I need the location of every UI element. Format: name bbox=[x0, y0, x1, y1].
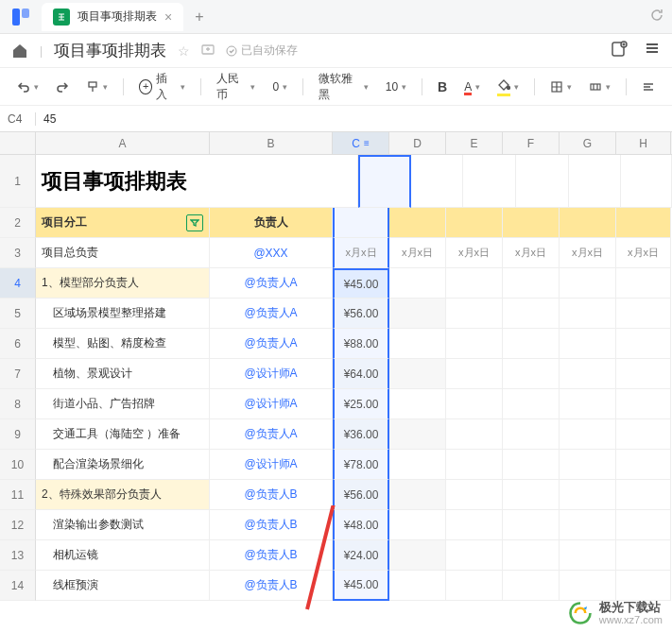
cell-date[interactable]: x月x日 bbox=[333, 238, 389, 268]
redo-button[interactable] bbox=[50, 77, 75, 97]
cell[interactable] bbox=[503, 208, 560, 238]
cell-date[interactable]: x月x日 bbox=[616, 238, 671, 268]
row-header[interactable]: 13 bbox=[0, 540, 36, 571]
align-button[interactable] bbox=[636, 77, 661, 97]
cell-value[interactable]: ¥48.00 bbox=[333, 510, 389, 540]
row-header[interactable]: 9 bbox=[0, 419, 36, 450]
cell-date[interactable]: x月x日 bbox=[560, 238, 616, 268]
row-header[interactable]: 6 bbox=[0, 329, 36, 359]
cell-date[interactable]: x月x日 bbox=[503, 238, 560, 268]
cell[interactable] bbox=[446, 268, 503, 299]
cell[interactable] bbox=[560, 208, 616, 238]
cell[interactable] bbox=[560, 510, 616, 540]
cell[interactable] bbox=[358, 155, 411, 208]
font-color-button[interactable]: A▾ bbox=[458, 77, 486, 97]
cell[interactable] bbox=[446, 510, 503, 540]
cell[interactable] bbox=[616, 480, 671, 510]
cell[interactable] bbox=[560, 450, 616, 480]
cell-value[interactable]: ¥36.00 bbox=[333, 419, 389, 450]
header-division[interactable]: 项目分工 bbox=[36, 208, 210, 238]
cell[interactable] bbox=[503, 268, 560, 299]
cell-value[interactable]: ¥25.00 bbox=[333, 389, 389, 419]
cell[interactable] bbox=[560, 268, 616, 299]
refresh-icon[interactable] bbox=[649, 8, 664, 26]
cell[interactable] bbox=[446, 359, 503, 389]
add-collaborator-icon[interactable] bbox=[610, 40, 629, 61]
cell[interactable] bbox=[446, 389, 503, 419]
row-header[interactable]: 12 bbox=[0, 510, 36, 540]
cell[interactable] bbox=[560, 329, 616, 359]
document-title[interactable]: 项目事项排期表 bbox=[54, 40, 166, 61]
cell[interactable] bbox=[389, 510, 446, 540]
cell-value[interactable]: ¥56.00 bbox=[333, 299, 389, 329]
decimals-dropdown[interactable]: 0▾ bbox=[267, 77, 293, 97]
cell[interactable] bbox=[446, 208, 503, 238]
cell[interactable] bbox=[560, 571, 616, 601]
column-header-b[interactable]: B bbox=[210, 132, 333, 154]
cell-task[interactable]: 1、模型部分负责人 bbox=[36, 268, 210, 299]
cell[interactable] bbox=[446, 419, 503, 450]
cell-owner[interactable]: @设计师A bbox=[210, 450, 333, 480]
cell[interactable] bbox=[389, 419, 446, 450]
borders-button[interactable]: ▾ bbox=[544, 77, 577, 97]
cell[interactable] bbox=[503, 329, 560, 359]
row-header[interactable]: 14 bbox=[0, 571, 36, 601]
cell[interactable] bbox=[446, 480, 503, 510]
cell-date[interactable]: x月x日 bbox=[446, 238, 503, 268]
cell[interactable] bbox=[389, 540, 446, 571]
cell[interactable] bbox=[616, 359, 671, 389]
select-all-corner[interactable] bbox=[0, 132, 36, 155]
cell-value[interactable]: ¥45.00 bbox=[333, 571, 389, 601]
move-icon[interactable] bbox=[201, 43, 215, 59]
cell[interactable] bbox=[389, 450, 446, 480]
cell-value[interactable]: ¥24.00 bbox=[333, 540, 389, 571]
cell-owner[interactable]: @负责人B bbox=[210, 571, 333, 601]
cell-owner[interactable]: @设计师A bbox=[210, 389, 333, 419]
column-header-c[interactable]: C bbox=[333, 132, 389, 154]
cell-task[interactable]: 2、特殊效果部分负责人 bbox=[36, 480, 210, 510]
cell[interactable] bbox=[569, 155, 622, 208]
cell[interactable] bbox=[463, 155, 516, 208]
row-header[interactable]: 11 bbox=[0, 480, 36, 510]
cell[interactable] bbox=[503, 510, 560, 540]
row-header[interactable]: 5 bbox=[0, 299, 36, 329]
cell[interactable] bbox=[616, 419, 671, 450]
cell[interactable] bbox=[503, 450, 560, 480]
row-header[interactable]: 4 bbox=[0, 268, 36, 299]
cell[interactable] bbox=[389, 389, 446, 419]
cell[interactable] bbox=[560, 540, 616, 571]
cell-value[interactable]: ¥88.00 bbox=[333, 329, 389, 359]
cell[interactable] bbox=[560, 299, 616, 329]
merge-cells-button[interactable]: ▾ bbox=[583, 77, 616, 97]
cell-task[interactable]: 模型、贴图、精度检查 bbox=[36, 329, 210, 359]
column-header-d[interactable]: D bbox=[389, 132, 446, 154]
tab-active[interactable]: 项目事项排期表 × bbox=[42, 3, 183, 31]
cell-task[interactable]: 线框预演 bbox=[36, 571, 210, 601]
menu-icon[interactable] bbox=[644, 40, 661, 61]
cell-task[interactable]: 区域场景模型整理搭建 bbox=[36, 299, 210, 329]
cell[interactable] bbox=[503, 299, 560, 329]
cell[interactable] bbox=[560, 359, 616, 389]
cell[interactable] bbox=[503, 480, 560, 510]
cell-value[interactable]: ¥78.00 bbox=[333, 450, 389, 480]
cell[interactable] bbox=[621, 155, 672, 208]
cell[interactable] bbox=[503, 540, 560, 571]
new-tab-button[interactable]: + bbox=[195, 9, 203, 26]
cell[interactable] bbox=[503, 571, 560, 601]
currency-dropdown[interactable]: 人民币▾ bbox=[211, 67, 262, 107]
cell[interactable] bbox=[389, 299, 446, 329]
cell-task[interactable]: 交通工具（海陆空 ）准备 bbox=[36, 419, 210, 450]
column-header-f[interactable]: F bbox=[503, 132, 560, 154]
cell[interactable] bbox=[333, 208, 389, 238]
cell-value[interactable]: ¥45.00 bbox=[333, 268, 389, 299]
cell[interactable] bbox=[616, 268, 671, 299]
cell-date[interactable]: x月x日 bbox=[389, 238, 446, 268]
cell[interactable] bbox=[560, 389, 616, 419]
cell-task[interactable]: 项目总负责 bbox=[36, 238, 210, 268]
bold-button[interactable]: B bbox=[432, 76, 453, 98]
star-icon[interactable]: ☆ bbox=[178, 43, 190, 59]
row-header[interactable]: 2 bbox=[0, 208, 36, 238]
cell[interactable] bbox=[616, 299, 671, 329]
font-size-dropdown[interactable]: 10▾ bbox=[380, 77, 412, 97]
row-header[interactable]: 8 bbox=[0, 389, 36, 419]
